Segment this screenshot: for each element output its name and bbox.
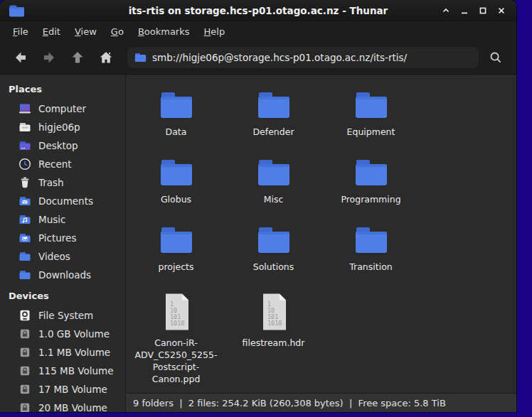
menu-file[interactable]: File (6, 23, 36, 40)
file-label: Misc (264, 194, 284, 206)
file-label: Solutions (253, 261, 294, 274)
volume-lock-icon (18, 383, 31, 396)
file-item-canon-ir-adv-c5250-5255-postscript-canon-ppd[interactable]: 1101011010Canon-iR-ADV_C5250_5255-Postsc… (127, 283, 225, 386)
folder-icon (354, 225, 388, 255)
devices-list: File System1.0 GB Volume1.1 MB Volume115… (0, 306, 125, 412)
sidebar-item-file-system[interactable]: File System (0, 306, 125, 325)
menu-go[interactable]: Go (104, 23, 131, 40)
sidebar-item-label: Music (38, 214, 65, 225)
sidebar-item-1-1-mb-volume[interactable]: 1.1 MB Volume (0, 343, 125, 362)
path-input[interactable] (152, 52, 472, 63)
shade-icon[interactable] (439, 4, 452, 18)
desktop-folder-icon (18, 139, 31, 152)
folder-item-data[interactable]: Data (127, 80, 225, 148)
folder-item-globus[interactable]: Globus (127, 148, 225, 215)
window-controls (439, 0, 508, 21)
sidebar-item-label: 20 MB Volume (38, 402, 107, 412)
folder-item-solutions[interactable]: Solutions (225, 215, 322, 283)
sidebar-item-pictures[interactable]: Pictures (0, 229, 125, 247)
filesystem-icon (18, 309, 31, 322)
file-label: Programming (341, 194, 400, 206)
thunar-window: its-rtis on storage.hcs-p01.otago.ac.nz … (0, 0, 516, 412)
folder-icon (159, 90, 193, 120)
volume-lock-icon (18, 401, 31, 412)
devices-header: Devices (0, 284, 125, 306)
maximize-icon[interactable] (476, 4, 489, 18)
sidebar-item-desktop[interactable]: Desktop (0, 136, 125, 155)
svg-text:1010: 1010 (267, 320, 282, 327)
folder-icon (257, 90, 291, 120)
sidebar-item-recent[interactable]: Recent (0, 155, 125, 173)
sidebar-item-label: Desktop (38, 140, 78, 151)
pictures-folder-icon (18, 232, 31, 244)
file-label: Equipment (347, 126, 395, 139)
sidebar-item-label: Pictures (38, 232, 76, 244)
sidebar-item-videos[interactable]: Videos (0, 247, 125, 266)
folder-item-programming[interactable]: Programming (322, 148, 420, 215)
path-bar[interactable] (127, 46, 479, 69)
volume-lock-icon (18, 327, 31, 340)
sidebar-item-label: Videos (38, 251, 70, 262)
sidebar-item-label: 1.0 GB Volume (38, 328, 110, 340)
titlebar[interactable]: its-rtis on storage.hcs-p01.otago.ac.nz … (0, 0, 516, 21)
trash-icon (18, 176, 31, 189)
file-label: Data (166, 126, 187, 139)
folder-icon (257, 225, 291, 255)
sidebar-item-computer[interactable]: Computer (0, 99, 125, 118)
documents-folder-icon (18, 195, 31, 207)
file-grid[interactable]: DataDefenderEquipmentGlobusMiscProgrammi… (126, 75, 516, 393)
folder-item-transition[interactable]: Transition (322, 215, 420, 283)
folder-icon (257, 158, 291, 188)
forward-button[interactable] (37, 45, 61, 70)
computer-icon (18, 102, 31, 115)
menubar: FileEditViewGoBookmarksHelp (0, 21, 516, 41)
sidebar-item-higje06p[interactable]: higje06p (0, 118, 125, 136)
file-label: Defender (252, 126, 294, 139)
minimize-icon[interactable] (457, 4, 471, 18)
file-item-filestream-hdr[interactable]: 1101011010filestream.hdr (225, 283, 322, 386)
sidebar-item-label: 115 MB Volume (38, 365, 113, 377)
file-label: Canon-iR-ADV_C5250_5255-Postscript-Canon… (129, 337, 223, 386)
search-icon[interactable] (484, 45, 508, 70)
sidebar-item-label: File System (38, 310, 93, 321)
folder-icon (159, 225, 193, 255)
sidebar-item-20-mb-volume[interactable]: 20 MB Volume (0, 399, 125, 412)
downloads-folder-icon (18, 269, 31, 281)
menu-edit[interactable]: Edit (36, 23, 68, 40)
home-button[interactable] (94, 45, 118, 70)
folder-item-defender[interactable]: Defender (225, 80, 322, 148)
back-button[interactable] (9, 45, 33, 70)
sidebar-item-trash[interactable]: Trash (0, 173, 125, 192)
places-list: Computerhigje06pDesktopRecentTrashDocume… (0, 99, 125, 284)
window-title: its-rtis on storage.hcs-p01.otago.ac.nz … (129, 5, 388, 16)
file-label: Transition (349, 261, 392, 274)
folder-item-projects[interactable]: projects (127, 215, 225, 283)
up-button[interactable] (65, 45, 90, 70)
folder-item-equipment[interactable]: Equipment (322, 80, 420, 148)
main-area: Places Computerhigje06pDesktopRecentTras… (0, 75, 516, 412)
folder-item-misc[interactable]: Misc (225, 148, 322, 215)
sidebar-item-label: 17 MB Volume (38, 384, 107, 395)
folder-icon (354, 90, 388, 120)
sidebar-item-documents[interactable]: Documents (0, 192, 125, 210)
recent-clock-icon (18, 158, 31, 170)
sidebar-item-label: Trash (38, 177, 64, 188)
menu-help[interactable]: Help (197, 23, 233, 40)
sidebar-item-17-mb-volume[interactable]: 17 MB Volume (0, 380, 125, 399)
menu-bookmarks[interactable]: Bookmarks (131, 23, 197, 40)
music-folder-icon (18, 213, 31, 226)
sidebar-item-downloads[interactable]: Downloads (0, 266, 125, 284)
sidebar-item-1-0-gb-volume[interactable]: 1.0 GB Volume (0, 325, 125, 343)
close-icon[interactable] (494, 4, 508, 18)
sidebar-item-label: 1.1 MB Volume (38, 347, 110, 358)
path-folder-icon (134, 53, 147, 63)
sidebar-item-label: Downloads (38, 269, 91, 281)
toolbar (0, 41, 516, 75)
sidebar-item-115-mb-volume[interactable]: 115 MB Volume (0, 362, 125, 380)
menu-view[interactable]: View (68, 23, 104, 40)
sidebar-item-label: Recent (38, 158, 72, 170)
thunar-folder-icon (9, 4, 26, 18)
content-pane: DataDefenderEquipmentGlobusMiscProgrammi… (126, 75, 516, 412)
sidebar-item-music[interactable]: Music (0, 210, 125, 229)
sidebar-item-label: Computer (38, 103, 86, 114)
